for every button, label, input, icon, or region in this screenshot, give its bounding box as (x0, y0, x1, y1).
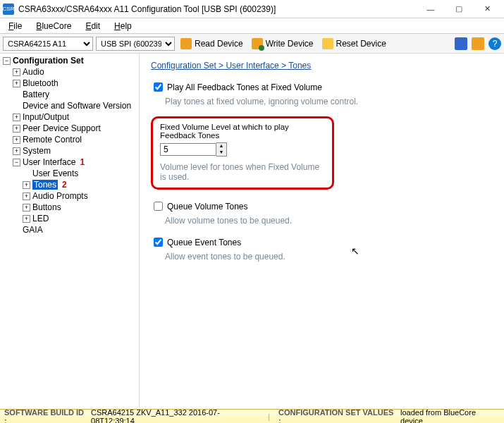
menu-bar: File BlueCore Edit Help (0, 18, 504, 34)
menu-bluecore[interactable]: BlueCore (30, 20, 77, 32)
close-button[interactable]: ✕ (473, 0, 501, 18)
menu-file[interactable]: File (3, 20, 27, 32)
fixed-volume-input[interactable] (160, 143, 216, 156)
status-build-label: SOFTWARE BUILD ID : (4, 408, 88, 424)
tree-item-io[interactable]: +Input/Output (13, 111, 139, 123)
content-panel: Configuration Set > User Interface > Ton… (140, 54, 504, 407)
play-all-fixed-volume-checkbox[interactable] (154, 82, 163, 92)
queue-event-tones-label: Queue Event Tones (167, 238, 241, 247)
open-icon[interactable] (472, 37, 484, 50)
tree-item-battery[interactable]: Battery (13, 89, 139, 100)
cursor-icon: ↖ (351, 245, 359, 257)
save-icon[interactable] (455, 37, 467, 50)
write-icon (252, 38, 263, 49)
transport-combo[interactable]: USB SPI (600239) (96, 37, 175, 51)
tree-item-gaia[interactable]: GAIA (13, 224, 139, 235)
toolbar: CSRA64215 A11 USB SPI (600239) Read Devi… (0, 34, 504, 54)
breadcrumb[interactable]: Configuration Set > User Interface > Ton… (151, 61, 493, 70)
tree-item-ui[interactable]: −User Interface1 User Events +Tones2 +Au… (13, 157, 139, 224)
annotation-2: 2 (62, 180, 67, 190)
window-title: CSRA63xxx/CSRA64xxx A11 Configuration To… (18, 4, 417, 14)
tree-item-devsw[interactable]: Device and Software Version (13, 100, 139, 111)
app-icon: CSR (3, 4, 14, 15)
read-icon (180, 38, 192, 49)
main-area: −Configuration Set +Audio +Bluetooth Bat… (0, 54, 504, 407)
queue-volume-desc: Allow volume tones to be queued. (165, 216, 493, 226)
minimize-button[interactable]: — (417, 0, 445, 18)
annotation-1: 1 (80, 157, 85, 167)
tree-root[interactable]: −Configuration Set +Audio +Bluetooth Bat… (3, 55, 139, 235)
tree-item-peer[interactable]: +Peer Device Support (13, 123, 139, 134)
title-bar: CSR CSRA63xxx/CSRA64xxx A11 Configuratio… (0, 0, 504, 18)
play-all-fixed-volume-label: Play All Feedback Tones at Fixed Volume (167, 82, 322, 92)
tree-item-led[interactable]: +LED (23, 213, 139, 224)
queue-event-tones-checkbox[interactable] (154, 238, 163, 247)
tree-item-user-events[interactable]: User Events (23, 168, 139, 179)
spin-up-button[interactable]: ▲ (216, 143, 226, 149)
status-cfg-label: CONFIGURATION SET VALUES : (278, 408, 398, 424)
menu-edit[interactable]: Edit (80, 20, 106, 32)
queue-event-desc: Allow event tones to be queued. (165, 252, 493, 262)
tree-item-audio-prompts[interactable]: +Audio Prompts (23, 190, 139, 202)
tree-item-tones[interactable]: +Tones2 (23, 179, 139, 190)
tree-panel: −Configuration Set +Audio +Bluetooth Bat… (0, 54, 140, 407)
tree-item-audio[interactable]: +Audio (13, 66, 139, 78)
fixed-volume-group: Fixed Volume Level at which to play Feed… (151, 116, 334, 190)
queue-volume-tones-checkbox[interactable] (154, 202, 163, 211)
spin-down-button[interactable]: ▼ (216, 149, 226, 156)
reset-device-button[interactable]: Reset Device (319, 37, 389, 51)
play-all-desc: Play tones at fixed volume, ignoring vol… (165, 97, 493, 106)
device-combo[interactable]: CSRA64215 A11 (3, 37, 93, 51)
tree-item-system[interactable]: +System (13, 145, 139, 157)
tree-item-bluetooth[interactable]: +Bluetooth (13, 78, 139, 89)
help-toolbar-icon[interactable]: ? (488, 37, 501, 50)
tree-item-remote[interactable]: +Remote Control (13, 134, 139, 145)
write-device-button[interactable]: Write Device (249, 37, 316, 51)
status-cfg-value: loaded from BlueCore device (400, 408, 500, 424)
tree-item-buttons[interactable]: +Buttons (23, 202, 139, 213)
reset-icon (322, 38, 333, 49)
fixed-volume-group-label: Fixed Volume Level at which to play Feed… (160, 123, 325, 140)
queue-volume-tones-label: Queue Volume Tones (167, 202, 248, 212)
read-device-button[interactable]: Read Device (178, 37, 246, 51)
menu-help[interactable]: Help (109, 20, 137, 32)
status-bar: SOFTWARE BUILD ID : CSRA64215 ZKV_A11_33… (0, 409, 504, 423)
fixed-volume-desc: Volume level for tones when Fixed Volume… (160, 162, 325, 182)
status-build-value: CSRA64215 ZKV_A11_332 2016-07-08T12:39:1… (91, 408, 262, 424)
maximize-button[interactable]: ▢ (445, 0, 473, 18)
